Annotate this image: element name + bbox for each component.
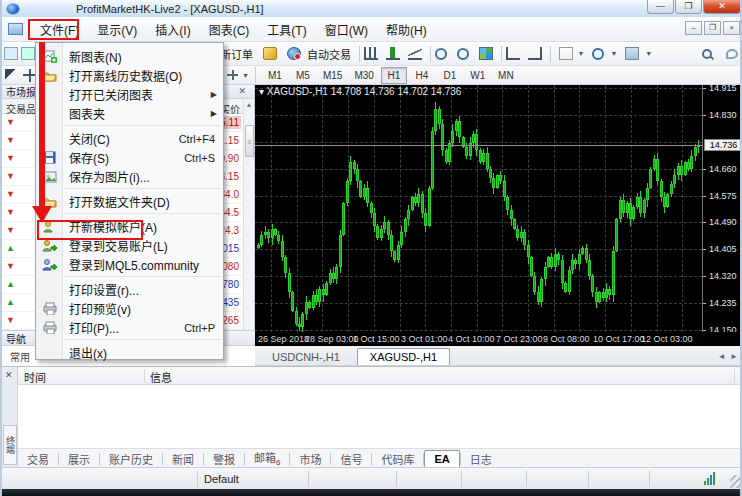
- candle: [649, 169, 652, 188]
- chart-window-icon[interactable]: [8, 23, 23, 35]
- file-menu-item-1[interactable]: 打开离线历史数据(O): [36, 66, 223, 85]
- file-menu-item-4[interactable]: 关闭(C)Ctrl+F4: [36, 129, 223, 148]
- candle: [585, 248, 588, 261]
- menubar-item-3[interactable]: 图表(C): [200, 21, 259, 41]
- grid-line-v: [400, 85, 401, 332]
- terminal-tab-0[interactable]: 交易: [18, 449, 58, 469]
- timeframe-button-m30[interactable]: M30: [349, 67, 378, 84]
- cursor-icon[interactable]: [5, 69, 19, 82]
- draw-tools-caret[interactable]: ▼: [242, 72, 249, 79]
- market-watch-close-icon[interactable]: ✕: [238, 86, 246, 96]
- file-menu-item-11[interactable]: 打印设置(r)...: [36, 280, 223, 299]
- menubar-item-2[interactable]: 插入(I): [146, 21, 199, 41]
- bar-chart-mode-icon[interactable]: [364, 47, 378, 60]
- file-menu-item-7[interactable]: 打开数据文件夹(D): [36, 192, 223, 211]
- timeframe-button-w1[interactable]: W1: [465, 67, 491, 84]
- candle: [407, 210, 410, 219]
- terminal-tab-ea[interactable]: EA: [424, 450, 459, 468]
- candle: [277, 235, 280, 241]
- resize-grip[interactable]: [730, 475, 742, 488]
- child-restore-button[interactable]: ❐: [704, 21, 721, 35]
- tab-scroll-arrows[interactable]: ◄ ►: [718, 352, 738, 361]
- autotrading-button[interactable]: 自动交易: [283, 44, 355, 64]
- timeframe-button-h4[interactable]: H4: [409, 67, 435, 84]
- price-axis[interactable]: 14.91514.83014.66014.57514.49014.40514.3…: [702, 85, 742, 332]
- file-menu-item-6[interactable]: 保存为图片(i)...: [36, 167, 223, 186]
- minimize-button[interactable]: —: [647, 0, 674, 14]
- chart-tab-xagusdh1[interactable]: XAGUSD-,H1: [357, 348, 450, 365]
- trend-up-icon: ▲: [6, 280, 15, 289]
- timeframe-button-m5[interactable]: M5: [290, 67, 316, 84]
- file-menu-item-12[interactable]: 打印预览(v): [36, 299, 223, 318]
- menubar-item-4[interactable]: 工具(T): [258, 21, 315, 41]
- timeframe-button-h1[interactable]: H1: [381, 67, 407, 84]
- terminal-tab-3[interactable]: 新闻: [163, 449, 203, 469]
- indicators-button[interactable]: +▼: [555, 45, 588, 62]
- child-minimize-button[interactable]: –: [685, 21, 702, 35]
- menubar-item-6[interactable]: 帮助(H): [377, 21, 436, 41]
- timeframe-button-m15[interactable]: M15: [318, 67, 347, 84]
- file-menu-item-3[interactable]: 图表夹▶: [36, 104, 223, 123]
- child-close-button[interactable]: ×: [723, 21, 740, 35]
- terminal-close-icon[interactable]: ✕: [5, 370, 13, 380]
- terminal-tab-6[interactable]: 市场: [290, 449, 330, 469]
- candle: [295, 311, 298, 324]
- menubar-item-5[interactable]: 窗口(W): [316, 21, 377, 41]
- chat-icon[interactable]: [726, 49, 738, 59]
- timeframe-button-mn[interactable]: MN: [493, 67, 519, 84]
- candle: [400, 232, 403, 245]
- candle: [370, 203, 373, 212]
- draw-tools-icon[interactable]: [226, 69, 240, 82]
- price-tick-mark: [703, 88, 706, 89]
- terminal-tab-2[interactable]: 账户历史: [100, 449, 162, 469]
- metaeditor-icon[interactable]: [263, 47, 277, 60]
- terminal-tab-4[interactable]: 警报: [204, 449, 244, 469]
- profiles-icon[interactable]: [21, 47, 35, 60]
- title-bar[interactable]: ProfitMarketHK-Live2 - [XAGUSD-,H1] — ❐ …: [2, 0, 742, 17]
- scroll-up-icon[interactable]: ▲: [244, 99, 254, 110]
- zoom-out-icon[interactable]: [457, 48, 469, 60]
- chart-tab-usdcnhh1[interactable]: USDCNH-,H1: [259, 348, 353, 365]
- file-menu-item-14[interactable]: 退出(x): [36, 343, 223, 362]
- market-watch-scrollbar[interactable]: ▲ ≡: [243, 99, 254, 330]
- candlestick-mode-icon[interactable]: [386, 47, 400, 60]
- file-menu-item-0[interactable]: 新图表(N): [36, 47, 223, 66]
- terminal-tab-8[interactable]: 代码库: [372, 449, 423, 469]
- candle: [380, 229, 383, 238]
- status-connection-cell: [2, 471, 198, 487]
- terminal-tab-10[interactable]: 日志: [461, 449, 501, 469]
- timeframe-button-m1[interactable]: M1: [262, 67, 288, 84]
- file-menu-item-10[interactable]: 登录到MQL5.community: [36, 255, 223, 274]
- menubar-item-1[interactable]: 显示(V): [88, 21, 146, 41]
- terminal-header-row[interactable]: 时间 信息: [18, 367, 742, 385]
- status-profile-cell[interactable]: Default: [198, 471, 309, 487]
- file-menu-item-5[interactable]: 保存(S)Ctrl+S: [36, 148, 223, 167]
- new-chart-icon[interactable]: [4, 47, 18, 60]
- candlestick-plot[interactable]: ▾ XAGUSD-,H1 14.708 14.736 14.702 14.736: [255, 85, 702, 332]
- candle: [612, 251, 615, 295]
- terminal-side-tab[interactable]: 终端: [3, 425, 17, 465]
- file-menu-item-2[interactable]: 打开已关闭图表▶: [36, 85, 223, 104]
- terminal-tab-1[interactable]: 展示: [59, 449, 99, 469]
- file-menu-item-13[interactable]: 打印(P)...Ctrl+P: [36, 318, 223, 337]
- tile-windows-icon[interactable]: [479, 47, 493, 60]
- periods-button[interactable]: ▼: [588, 46, 621, 62]
- zoom-in-icon[interactable]: [435, 48, 447, 60]
- time-axis[interactable]: 26 Sep 201828 Sep 03:001 Oct 15:003 Oct …: [255, 332, 742, 346]
- terminal-tab-7[interactable]: 信号: [331, 449, 371, 469]
- chart-shift-icon[interactable]: [506, 47, 520, 60]
- message-column-header[interactable]: 信息: [150, 369, 172, 385]
- restore-button[interactable]: ❐: [675, 0, 702, 14]
- candle: [598, 292, 601, 301]
- auto-scroll-icon[interactable]: [528, 47, 542, 60]
- scrollbar-thumb[interactable]: ≡: [245, 125, 254, 157]
- time-column-header[interactable]: 时间: [24, 369, 46, 385]
- grid-line-v: [554, 85, 555, 332]
- close-button[interactable]: ✕: [703, 0, 741, 14]
- timeframe-button-d1[interactable]: D1: [437, 67, 463, 84]
- templates-button[interactable]: ▼: [621, 45, 656, 62]
- shortcut-label: Ctrl+P: [184, 322, 215, 334]
- candle: [673, 175, 676, 184]
- line-chart-mode-icon[interactable]: [408, 47, 422, 60]
- bid-price-label: 14.736: [704, 139, 742, 151]
